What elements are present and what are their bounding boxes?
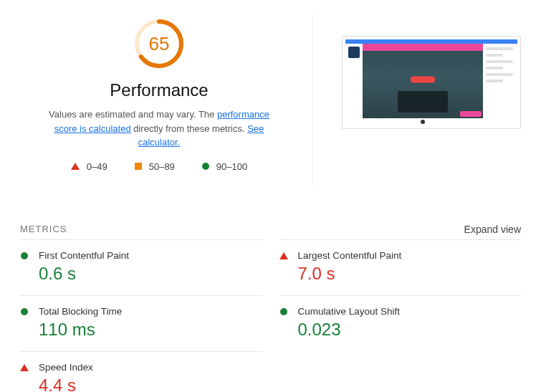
legend-pass-label: 90–100 [216,161,247,172]
metric-body: Total Blocking Time110 ms [39,306,262,340]
legend-average: 50–89 [135,161,175,172]
legend-fail: 0–49 [71,161,107,172]
triangle-red-icon [71,163,80,170]
metric-body: Largest Contentful Paint7.0 s [298,250,522,284]
metric-value: 110 ms [39,320,262,340]
square-orange-icon [135,163,142,170]
circle-green-icon [21,252,28,259]
metric-row: Cumulative Layout Shift0.023 [279,295,522,351]
legend-avg-label: 50–89 [149,161,175,172]
score-gauge: 65 [133,17,186,70]
metric-name: First Contentful Paint [39,250,262,261]
expand-view-toggle[interactable]: Expand view [464,224,521,235]
triangle-red-icon [279,252,288,259]
metric-name: Largest Contentful Paint [298,250,522,261]
score-title: Performance [110,80,208,100]
metric-row: Total Blocking Time110 ms [20,295,262,351]
summary-section: 65 Performance Values are estimated and … [20,14,521,185]
page-screenshot-thumbnail [342,36,521,129]
metric-name: Speed Index [39,362,262,373]
metrics-section-label: METRICS [20,224,67,234]
desc-text: directly from these metrics. [131,123,248,134]
metric-row: First Contentful Paint0.6 s [20,239,262,295]
circle-green-icon [280,308,287,315]
metric-row: Largest Contentful Paint7.0 s [279,239,522,295]
score-column: 65 Performance Values are estimated and … [20,14,313,185]
score-description: Values are estimated and may vary. The p… [37,107,281,150]
metrics-header: METRICS Expand view [20,224,521,235]
circle-green-icon [202,163,209,170]
metric-name: Total Blocking Time [39,306,262,317]
metric-value: 0.6 s [39,264,262,284]
metric-value: 0.023 [298,320,522,340]
metric-body: First Contentful Paint0.6 s [39,250,262,284]
score-value: 65 [133,17,186,70]
legend-fail-label: 0–49 [87,161,107,172]
score-legend: 0–49 50–89 90–100 [71,161,247,172]
circle-green-icon [21,308,28,315]
metric-row: Speed Index4.4 s [20,351,262,393]
metric-name: Cumulative Layout Shift [298,306,522,317]
metric-body: Speed Index4.4 s [39,362,262,393]
legend-pass: 90–100 [202,161,247,172]
triangle-red-icon [20,364,29,371]
metric-value: 7.0 s [298,264,522,284]
desc-text: Values are estimated and may vary. The [49,109,217,120]
thumbnail-image [345,39,517,125]
metrics-grid: First Contentful Paint0.6 sLargest Conte… [20,239,521,393]
metric-body: Cumulative Layout Shift0.023 [298,306,522,340]
metric-value: 4.4 s [39,376,262,393]
